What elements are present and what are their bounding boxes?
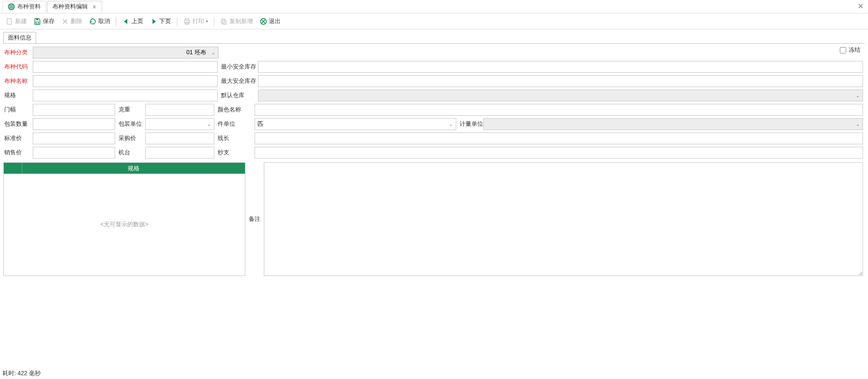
prev-icon [122, 18, 130, 25]
svg-rect-3 [36, 19, 38, 20]
sale-price-field[interactable] [33, 147, 115, 159]
yarn-field[interactable] [255, 147, 863, 159]
label-min-stock: 最小安全库存 [218, 63, 258, 71]
measure-unit-select[interactable] [483, 118, 863, 130]
row-selector-header[interactable] [4, 163, 22, 174]
file-icon [6, 18, 13, 25]
print-button[interactable]: 打印 ▾ [181, 15, 210, 28]
svg-rect-5 [185, 19, 189, 20]
spec-table: 规格 <无可显示的数据> [3, 162, 245, 276]
tab-label: 布种资料 [17, 3, 41, 11]
width-field[interactable] [33, 104, 115, 116]
spec-table-header: 规格 [4, 163, 245, 174]
svg-rect-7 [221, 19, 225, 23]
name-field[interactable] [33, 75, 218, 87]
label-pack-qty: 包装数量 [3, 120, 33, 128]
delete-button[interactable]: 删除 [59, 15, 85, 28]
label-machine: 机台 [115, 149, 145, 156]
label-category: 布种分类 [3, 49, 33, 56]
label-code: 布种代码 [3, 63, 33, 71]
status-bar: 耗时: 422 毫秒 [3, 370, 41, 377]
save-button[interactable]: 保存 [31, 15, 57, 28]
min-stock-field[interactable] [258, 61, 863, 73]
label-std-price: 标准价 [3, 135, 33, 142]
label-measure-unit: 计量单位 [456, 120, 483, 128]
exit-button[interactable]: 退出 [257, 15, 283, 28]
document-tabs: 布种资料 布种资料编辑 ✕ ✕ [0, 0, 868, 13]
pack-qty-field[interactable] [33, 118, 115, 130]
close-all-icon[interactable]: ✕ [857, 2, 864, 11]
svg-rect-8 [223, 20, 226, 24]
inner-tabs: 面料信息 [3, 32, 865, 43]
machine-field[interactable] [145, 147, 214, 159]
empty-message: <无可显示的数据> [100, 221, 148, 228]
copy-new-button[interactable]: 复制新增 [218, 15, 255, 28]
label-def-wh: 默认仓库 [218, 92, 258, 99]
save-icon [34, 18, 41, 25]
color-field[interactable] [255, 104, 863, 116]
chevron-down-icon: ▾ [206, 19, 208, 24]
freeze-input[interactable] [840, 47, 846, 53]
remark-field[interactable] [264, 162, 863, 276]
label-buy-price: 采购价 [115, 135, 145, 142]
delete-icon [61, 18, 69, 25]
label-width: 门幅 [3, 106, 33, 114]
max-stock-field[interactable] [258, 75, 863, 87]
label-piece-unit: 件单位 [214, 120, 255, 128]
close-icon[interactable]: ✕ [92, 4, 97, 10]
piece-unit-select[interactable] [255, 118, 456, 130]
spec-table-body: <无可显示的数据> [4, 174, 245, 276]
column-header-spec[interactable]: 规格 [22, 163, 245, 174]
weight-field[interactable] [145, 104, 214, 116]
new-button[interactable]: 新建 [3, 15, 29, 28]
svg-rect-1 [7, 19, 11, 24]
spec-field[interactable] [33, 90, 218, 101]
label-name: 布种名称 [3, 77, 33, 85]
thread-len-field[interactable] [255, 133, 863, 144]
pack-unit-select[interactable] [145, 118, 214, 130]
copy-icon [220, 18, 228, 25]
refresh-icon [89, 18, 97, 25]
tab-label: 布种资料编辑 [53, 3, 88, 11]
print-icon [183, 18, 191, 25]
separator [116, 17, 116, 26]
tab-fabric-info[interactable]: 面料信息 [3, 32, 36, 43]
next-button[interactable]: 下页 [147, 15, 174, 28]
svg-rect-2 [36, 22, 39, 24]
separator [177, 17, 177, 26]
freeze-checkbox[interactable]: 冻结 [840, 46, 860, 54]
prev-button[interactable]: 上页 [120, 15, 146, 28]
form-area: 冻结 布种分类 ⌄ 布种代码 最小安全库存 布种名称 最大安全库存 规格 [3, 43, 865, 276]
cancel-button[interactable]: 取消 [87, 15, 113, 28]
separator [214, 17, 214, 26]
label-spec: 规格 [3, 92, 33, 99]
label-yarn: 纱支 [214, 149, 255, 156]
tab-fabric-edit[interactable]: 布种资料编辑 ✕ [47, 1, 102, 13]
next-icon [150, 18, 158, 25]
buy-price-field[interactable] [145, 133, 214, 144]
label-max-stock: 最大安全库存 [218, 77, 258, 85]
default-warehouse-select[interactable] [258, 90, 863, 101]
globe-icon [8, 3, 15, 10]
toolbar: 新建 保存 删除 取消 上页 下页 打印 ▾ 复制新增 退出 [0, 13, 868, 29]
label-remark: 备注 [245, 162, 264, 276]
label-pack-unit: 包装单位 [115, 120, 145, 128]
label-sale-price: 销售价 [3, 149, 33, 156]
category-select[interactable] [33, 47, 218, 58]
std-price-field[interactable] [33, 133, 115, 144]
label-color: 颜色名称 [214, 106, 255, 114]
exit-icon [260, 18, 267, 25]
tab-fabric-data[interactable]: 布种资料 [3, 1, 46, 13]
code-field[interactable] [33, 61, 218, 73]
label-thread-len: 线长 [214, 135, 255, 142]
label-weight: 克重 [115, 106, 145, 114]
